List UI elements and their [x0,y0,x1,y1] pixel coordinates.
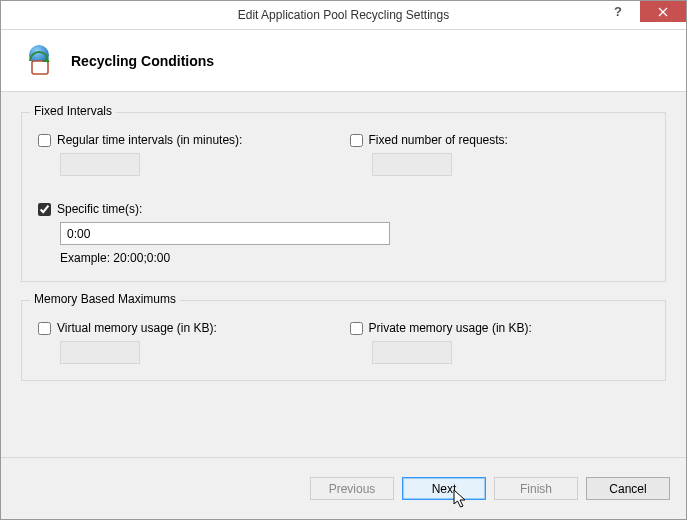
close-button[interactable] [640,1,686,22]
private-memory-checkbox[interactable] [350,322,363,335]
finish-button[interactable]: Finish [494,477,578,500]
virtual-memory-label: Virtual memory usage (in KB): [57,321,217,335]
private-memory-input [372,341,452,364]
title-bar: Edit Application Pool Recycling Settings… [1,1,686,30]
svg-rect-3 [32,61,48,74]
previous-button[interactable]: Previous [310,477,394,500]
fixed-requests-checkbox[interactable] [350,134,363,147]
wizard-footer: Previous Next Finish Cancel [1,457,686,519]
close-icon [658,7,668,17]
virtual-memory-input [60,341,140,364]
recycle-icon [21,43,57,79]
regular-intervals-input [60,153,140,176]
fixed-requests-input [372,153,452,176]
help-button[interactable]: ? [596,1,640,22]
window-title: Edit Application Pool Recycling Settings [1,8,686,22]
regular-intervals-row[interactable]: Regular time intervals (in minutes): [38,133,338,147]
group-fixed-intervals-legend: Fixed Intervals [30,104,116,118]
regular-intervals-label: Regular time intervals (in minutes): [57,133,242,147]
specific-times-input[interactable] [60,222,390,245]
group-fixed-intervals: Fixed Intervals Regular time intervals (… [21,112,666,282]
regular-intervals-checkbox[interactable] [38,134,51,147]
private-memory-label: Private memory usage (in KB): [369,321,532,335]
fixed-requests-label: Fixed number of requests: [369,133,508,147]
cancel-button[interactable]: Cancel [586,477,670,500]
group-memory-maximums-legend: Memory Based Maximums [30,292,180,306]
virtual-memory-row[interactable]: Virtual memory usage (in KB): [38,321,338,335]
next-button[interactable]: Next [402,477,486,500]
virtual-memory-checkbox[interactable] [38,322,51,335]
fixed-requests-row[interactable]: Fixed number of requests: [350,133,650,147]
specific-times-row[interactable]: Specific time(s): [38,202,649,216]
page-title: Recycling Conditions [71,53,214,69]
wizard-body: Fixed Intervals Regular time intervals (… [1,92,686,457]
wizard-header: Recycling Conditions [1,30,686,92]
specific-times-label: Specific time(s): [57,202,142,216]
specific-times-checkbox[interactable] [38,203,51,216]
window-controls: ? [596,1,686,29]
group-memory-maximums: Memory Based Maximums Virtual memory usa… [21,300,666,381]
private-memory-row[interactable]: Private memory usage (in KB): [350,321,650,335]
specific-times-example: Example: 20:00;0:00 [60,251,649,265]
